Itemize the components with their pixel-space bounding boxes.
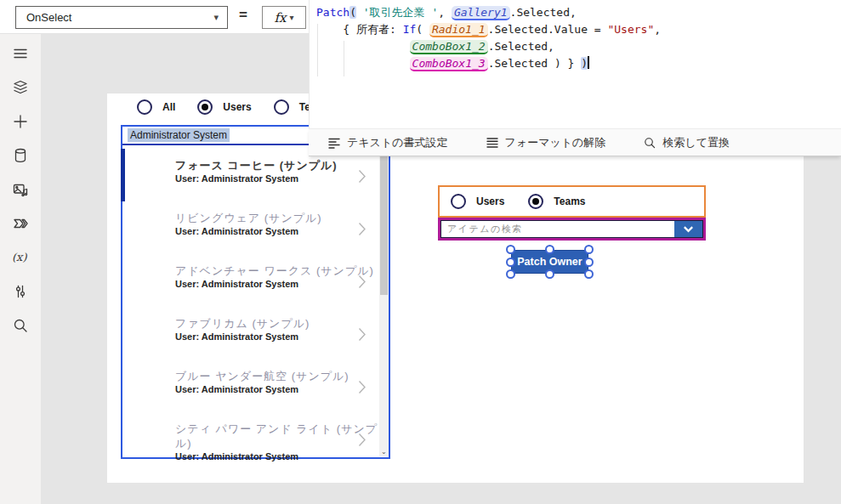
data-icon[interactable]: [12, 147, 29, 164]
formula-token: (: [349, 6, 356, 19]
fx-dropdown-button[interactable]: fx ▾: [262, 6, 306, 29]
search-icon: [643, 136, 656, 150]
gallery-scrollbar[interactable]: ⌄: [379, 149, 389, 456]
selection-handle[interactable]: [545, 245, 554, 254]
gallery-item-subtitle: User: Administrator System: [175, 225, 378, 238]
gallery-item[interactable]: フォース コーヒー (サンプル)User: Administrator Syst…: [122, 149, 378, 201]
radio-option-all[interactable]: All: [137, 99, 175, 115]
gallery-item[interactable]: ブルー ヤンダー航空 (サンプル)User: Administrator Sys…: [122, 360, 378, 412]
formula-token: If: [403, 23, 417, 36]
radio-label: Users: [476, 195, 504, 207]
formula-code[interactable]: Patch( '取引先企業 ', Gallery1.Selected, { 所有…: [310, 4, 841, 72]
chevron-right-icon: [358, 222, 367, 240]
chevron-down-icon: [682, 223, 695, 235]
chevron-right-icon: [358, 169, 367, 187]
variables-icon[interactable]: (x): [12, 249, 29, 266]
chevron-right-icon: [358, 380, 367, 398]
text-cursor: [588, 56, 589, 69]
property-selector-value: OnSelect: [26, 11, 71, 24]
toolbar-item-label: テキストの書式設定: [347, 135, 448, 150]
gallery-item-title: アドベンチャー ワークス (サンプル): [175, 263, 378, 278]
formula-bar[interactable]: Patch( '取引先企業 ', Gallery1.Selected, { 所有…: [309, 0, 841, 128]
gallery-item-subtitle: User: Administrator System: [175, 383, 378, 396]
radio-option-teams[interactable]: Teams: [528, 194, 585, 209]
insert-icon[interactable]: [12, 113, 29, 130]
selection-handle[interactable]: [506, 269, 515, 279]
gallery-scrollbar-thumb[interactable]: [380, 149, 388, 295]
users-combobox-value: Administrator System: [128, 128, 230, 142]
toolbar-item-label: フォーマットの解除: [505, 135, 606, 150]
gallery-item-subtitle: User: Administrator System: [175, 173, 378, 185]
radio-circle-icon: [451, 194, 466, 209]
gallery-item[interactable]: アドベンチャー ワークス (サンプル)User: Administrator S…: [122, 254, 378, 307]
fx-label: fx: [274, 10, 286, 25]
formula-token: .Selected,: [510, 6, 577, 19]
radio-label: All: [162, 101, 175, 113]
formula-token: Radio1_1: [429, 23, 488, 37]
radio-circle-icon: [197, 99, 213, 115]
patch-owner-button-selection: Patch Owner: [511, 250, 588, 274]
selection-handle[interactable]: [545, 269, 554, 279]
radio-option-users[interactable]: Users: [451, 194, 504, 209]
radio-circle-icon: [274, 99, 289, 115]
power-automate-icon[interactable]: [12, 215, 29, 232]
app-authoring-sidebar: (x): [0, 34, 41, 504]
formula-token: ,: [654, 23, 661, 36]
formula-toolbar: テキストの書式設定フォーマットの解除検索して置換: [309, 128, 841, 156]
chevron-right-icon: [358, 433, 367, 450]
gallery-item-subtitle: User: Administrator System: [175, 278, 378, 291]
teams-combobox-highlight: アイテムの検索: [438, 218, 706, 241]
gallery-item-title: ファブリカム (サンプル): [175, 316, 378, 331]
gallery-item[interactable]: リビングウェア (サンプル)User: Administrator System: [122, 201, 378, 254]
menu-icon[interactable]: [12, 45, 29, 62]
formula-token: '取引先企業 ': [363, 6, 438, 19]
equals-sign: =: [239, 7, 247, 24]
chevron-right-icon: [358, 275, 367, 292]
radio-option-users[interactable]: Users: [197, 99, 251, 115]
selection-handle[interactable]: [506, 245, 515, 254]
property-selector[interactable]: OnSelect ▾: [15, 6, 228, 29]
formula-token: ComboBox1_2: [410, 40, 488, 54]
formula-token: Gallery1: [452, 6, 510, 20]
toolbar-text-format-button[interactable]: テキストの書式設定: [327, 135, 448, 150]
toolbar-remove-format-button[interactable]: フォーマットの解除: [486, 135, 606, 150]
combobox-chevron-button[interactable]: [674, 221, 702, 237]
formula-token: ComboBox1_3: [410, 57, 488, 71]
formula-token: .Selected ) }: [488, 57, 582, 70]
gallery-item[interactable]: ファブリカム (サンプル)User: Administrator System: [122, 307, 378, 360]
formula-line: ComboBox1_2.Selected,: [310, 38, 841, 55]
owner-radio-group-highlighted: UsersTeams: [438, 185, 706, 218]
remove-format-icon: [486, 136, 499, 150]
toolbar-search-button[interactable]: 検索して置換: [643, 135, 730, 150]
radio-label: Users: [223, 101, 251, 113]
text-format-icon: [327, 136, 341, 150]
teams-combobox[interactable]: アイテムの検索: [440, 220, 703, 238]
formula-line: ComboBox1_3.Selected ) } ): [310, 55, 841, 72]
formula-token: .Selected,: [488, 40, 554, 53]
media-icon[interactable]: [12, 181, 29, 198]
tree-view-icon[interactable]: [12, 79, 29, 96]
selection-handle[interactable]: [506, 258, 515, 267]
radio-label: Teams: [554, 195, 585, 207]
toolbar-item-label: 検索して置換: [662, 135, 730, 150]
advanced-tools-icon[interactable]: [12, 283, 29, 300]
selection-handle[interactable]: [584, 245, 594, 254]
selection-handle[interactable]: [584, 269, 594, 279]
formula-token: Patch: [316, 6, 349, 19]
gallery-item-list: フォース コーヒー (サンプル)User: Administrator Syst…: [122, 149, 378, 457]
gallery-item-title: シティ パワー アンド ライト (サンプル): [175, 422, 378, 450]
formula-token: ): [581, 57, 588, 70]
gallery-item-title: リビングウェア (サンプル): [175, 211, 378, 225]
gallery-item-subtitle: User: Administrator System: [175, 331, 378, 343]
formula-line: { 所有者: If( Radio1_1.Selected.Value = "Us…: [310, 21, 841, 38]
search-icon[interactable]: [12, 317, 29, 334]
gallery-item[interactable]: シティ パワー アンド ライト (サンプル)User: Administrato…: [122, 412, 378, 465]
formula-token: (: [416, 23, 429, 36]
radio-circle-icon: [137, 99, 152, 115]
selection-handle[interactable]: [584, 258, 594, 267]
formula-token: { 所有者:: [316, 23, 403, 36]
chevron-right-icon: [358, 327, 367, 345]
formula-token: ,: [438, 6, 452, 19]
owner-radio-group: UsersTeams: [451, 194, 610, 209]
scroll-down-icon[interactable]: ⌄: [381, 448, 387, 456]
